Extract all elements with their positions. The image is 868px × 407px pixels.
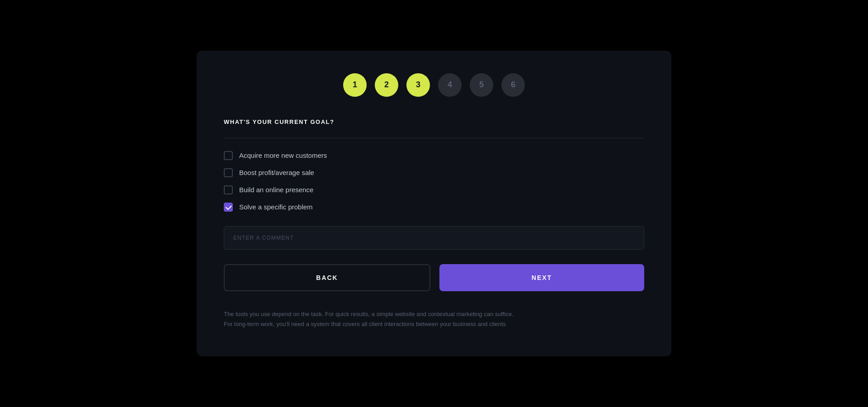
step-3[interactable]: 3 — [406, 73, 430, 97]
footer-line-2: For long-term work, you'll need a system… — [224, 319, 644, 329]
checkbox-list: Acquire more new customers Boost profit/… — [224, 151, 644, 212]
footer-line-1: The tools you use depend on the task. Fo… — [224, 309, 644, 319]
checkbox-label-4: Solve a specific problem — [239, 203, 313, 211]
footer-text: The tools you use depend on the task. Fo… — [224, 309, 644, 329]
checkbox-item-4[interactable]: Solve a specific problem — [224, 203, 644, 212]
back-button[interactable]: BACK — [224, 264, 430, 291]
comment-input[interactable] — [224, 226, 644, 250]
checkbox-item-1[interactable]: Acquire more new customers — [224, 151, 644, 160]
checkbox-2[interactable] — [224, 168, 233, 177]
next-button[interactable]: NEXT — [439, 264, 644, 291]
checkbox-1[interactable] — [224, 151, 233, 160]
action-buttons: BACK NEXT — [224, 264, 644, 291]
step-1[interactable]: 1 — [343, 73, 367, 97]
checkbox-label-1: Acquire more new customers — [239, 151, 327, 159]
checkbox-item-2[interactable]: Boost profit/average sale — [224, 168, 644, 177]
step-5[interactable]: 5 — [470, 73, 493, 97]
divider — [224, 138, 644, 138]
step-6[interactable]: 6 — [501, 73, 525, 97]
checkbox-3[interactable] — [224, 185, 233, 194]
checkbox-label-3: Build an online presence — [239, 186, 313, 194]
checkbox-4[interactable] — [224, 203, 233, 212]
question-title: WHAT'S YOUR CURRENT GOAL? — [224, 118, 644, 125]
checkbox-label-2: Boost profit/average sale — [239, 169, 314, 176]
checkbox-item-3[interactable]: Build an online presence — [224, 185, 644, 194]
step-4[interactable]: 4 — [438, 73, 462, 97]
step-indicators: 1 2 3 4 5 6 — [224, 73, 644, 97]
modal-container: 1 2 3 4 5 6 WHAT'S YOUR CURRENT GOAL? Ac… — [197, 51, 671, 356]
step-2[interactable]: 2 — [375, 73, 398, 97]
